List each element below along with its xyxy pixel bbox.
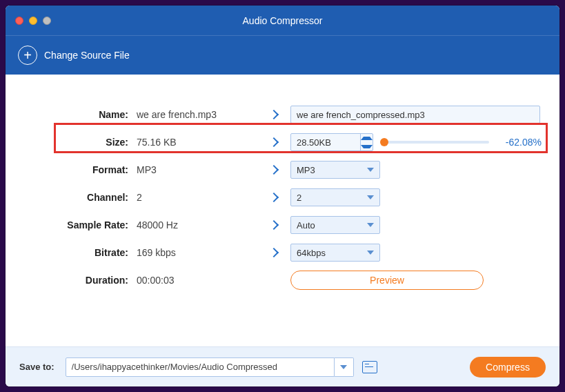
chevron-right-icon (269, 165, 279, 175)
row-name: Name: we are french.mp3 (19, 101, 546, 128)
slider-thumb-icon[interactable] (380, 138, 388, 146)
compress-button[interactable]: Compress (470, 357, 546, 378)
output-name-input[interactable] (290, 106, 540, 124)
label-size: Size: (19, 137, 137, 148)
footer: Save to: Compress (6, 346, 559, 386)
label-name: Name: (19, 109, 137, 120)
output-size-stepper[interactable]: 28.50KB (290, 133, 373, 151)
format-select-value: MP3 (297, 165, 315, 175)
save-path-dropdown[interactable] (335, 357, 354, 377)
chevron-down-icon (340, 365, 347, 369)
label-sample-rate: Sample Rate: (19, 219, 137, 231)
output-size-value: 28.50KB (291, 137, 360, 148)
row-sample-rate: Sample Rate: 48000 Hz Auto (19, 211, 546, 239)
size-percent: -62.08% (502, 137, 546, 148)
chevron-right-icon (269, 137, 279, 147)
chevron-right-icon (269, 193, 279, 202)
titlebar: Audio Compressor (6, 6, 559, 36)
label-bitrate: Bitrate: (19, 247, 137, 258)
stepper-up-icon[interactable] (361, 134, 373, 142)
label-duration: Duration: (19, 275, 137, 286)
save-to-label: Save to: (19, 362, 54, 372)
chevron-down-icon (367, 168, 374, 172)
row-bitrate: Bitrate: 169 kbps 64kbps (19, 239, 546, 266)
orig-sample-rate: 48000 Hz (137, 219, 257, 231)
orig-format: MP3 (137, 164, 257, 175)
chevron-right-icon (269, 220, 279, 230)
row-size: Size: 75.16 KB 28.50KB -62.08% (19, 128, 546, 156)
preview-button[interactable]: Preview (290, 271, 484, 290)
bitrate-select-value: 64kbps (297, 248, 326, 258)
chevron-down-icon (367, 195, 374, 199)
chevron-right-icon (269, 110, 279, 119)
toolbar: + Change Source File (6, 36, 559, 75)
save-path-group (66, 357, 354, 377)
size-slider[interactable] (384, 141, 489, 144)
sample-rate-select[interactable]: Auto (290, 216, 380, 234)
change-source-button[interactable]: Change Source File (44, 50, 130, 61)
plus-circle-icon[interactable]: + (18, 46, 37, 65)
row-duration: Duration: 00:00:03 Preview (19, 266, 546, 294)
label-channel: Channel: (19, 192, 137, 203)
sample-rate-select-value: Auto (297, 220, 315, 231)
save-path-input[interactable] (66, 357, 335, 377)
channel-select[interactable]: 2 (290, 188, 380, 206)
orig-name: we are french.mp3 (137, 109, 257, 120)
row-channel: Channel: 2 2 (19, 184, 546, 211)
channel-select-value: 2 (297, 193, 301, 203)
row-format: Format: MP3 MP3 (19, 156, 546, 184)
app-window: Audio Compressor + Change Source File Na… (6, 6, 559, 386)
orig-duration: 00:00:03 (137, 275, 257, 286)
orig-size: 75.16 KB (137, 137, 257, 148)
format-select[interactable]: MP3 (290, 161, 380, 179)
window-title: Audio Compressor (6, 15, 559, 26)
chevron-down-icon (367, 251, 374, 255)
chevron-down-icon (367, 223, 374, 227)
content-area: Name: we are french.mp3 Size: 75.16 KB 2… (6, 75, 559, 346)
orig-bitrate: 169 kbps (137, 247, 257, 258)
bitrate-select[interactable]: 64kbps (290, 244, 380, 262)
chevron-right-icon (269, 248, 279, 257)
open-folder-icon[interactable] (362, 361, 377, 373)
stepper-down-icon[interactable] (361, 142, 373, 150)
label-format: Format: (19, 164, 137, 175)
orig-channel: 2 (137, 192, 257, 203)
